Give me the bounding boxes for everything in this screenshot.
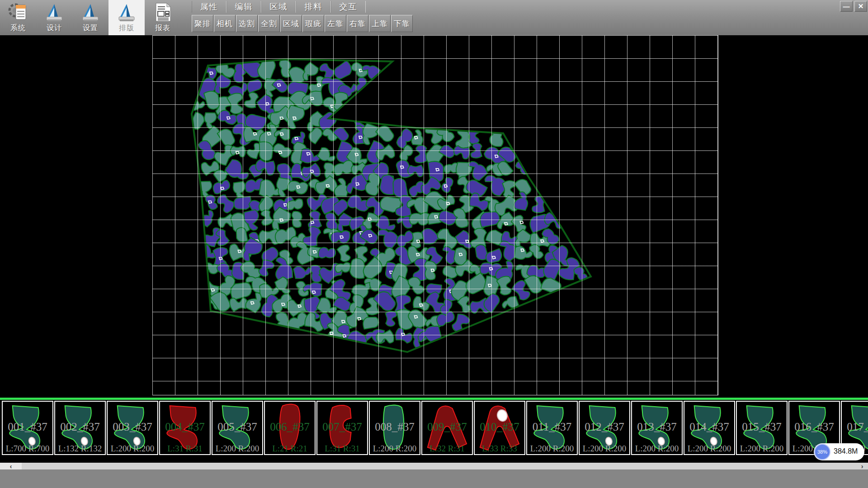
piece-name: 011_#37 bbox=[527, 421, 577, 433]
app-tab-label: 系统 bbox=[10, 23, 26, 33]
piece-name: 002_#37 bbox=[55, 421, 105, 433]
menu-tab-编辑[interactable]: 编辑 bbox=[226, 1, 261, 13]
piece-thumbnail-003_#37[interactable]: 003_#37L:200 R:200 bbox=[107, 401, 158, 455]
piece-lr-label: L:31 R:31 bbox=[317, 444, 367, 454]
piece-name: 014_#37 bbox=[684, 421, 734, 433]
piece-thumbnail-011_#37[interactable]: 011_#37L:200 R:200 bbox=[526, 401, 578, 455]
piece-name: 006_#37 bbox=[265, 421, 315, 433]
settings-ruler-icon bbox=[80, 1, 101, 23]
piece-thumbnail-007_#37[interactable]: 007_#37L:31 R:31 bbox=[316, 401, 368, 455]
piece-thumbnail-001_#37[interactable]: 001_#37L:700 R:700 bbox=[2, 401, 53, 455]
piece-lr-label: L:200 R:200 bbox=[527, 444, 577, 454]
piece-name: 005_#37 bbox=[212, 421, 262, 433]
design-ruler-icon bbox=[44, 1, 65, 23]
app-tab-设计[interactable]: 设计 bbox=[36, 0, 72, 35]
piece-thumbnail-strip: 001_#37L:700 R:700002_#37L:132 R:132003_… bbox=[0, 400, 868, 463]
report-doc-icon bbox=[152, 1, 173, 23]
menu-area: 属性编辑区域排料交互 聚排相机选割全割区域瑕疵左靠右靠上靠下靠 bbox=[192, 0, 413, 32]
app-tab-bar: 系统设计设置排版报表 bbox=[0, 0, 181, 35]
piece-name: 007_#37 bbox=[317, 421, 367, 433]
scroll-left-button[interactable]: ‹ bbox=[0, 463, 22, 469]
piece-lr-label: L:200 R:200 bbox=[370, 444, 420, 454]
piece-lr-label: L:700 R:700 bbox=[3, 444, 52, 454]
piece-name: 016_#37 bbox=[789, 421, 839, 433]
piece-name: 008_#37 bbox=[370, 421, 420, 433]
tool-button-相机[interactable]: 相机 bbox=[214, 15, 236, 32]
app-tab-系统[interactable]: 系统 bbox=[0, 0, 36, 35]
minimize-button[interactable]: — bbox=[840, 1, 853, 12]
memory-value: 384.8M bbox=[834, 447, 858, 455]
piece-thumbnail-009_#37[interactable]: 009_#37L:32 R:31 bbox=[421, 401, 473, 455]
close-button[interactable]: ✕ bbox=[854, 1, 867, 12]
status-bar bbox=[0, 469, 868, 488]
piece-lr-label: L:132 R:132 bbox=[55, 444, 105, 454]
piece-lr-label: L:200 R:200 bbox=[632, 444, 682, 454]
app-tab-设置[interactable]: 设置 bbox=[72, 0, 108, 35]
tool-button-聚排[interactable]: 聚排 bbox=[192, 15, 213, 32]
main-toolbar: 系统设计设置排版报表 属性编辑区域排料交互 聚排相机选割全割区域瑕疵左靠右靠上靠… bbox=[0, 0, 868, 35]
piece-thumbnail-008_#37[interactable]: 008_#37L:200 R:200 bbox=[369, 401, 420, 455]
tool-button-下靠[interactable]: 下靠 bbox=[391, 15, 413, 32]
app-tab-排版[interactable]: 排版 bbox=[108, 0, 145, 35]
piece-name: 017_#37 bbox=[842, 421, 868, 433]
piece-lr-label: L:31 R:31 bbox=[160, 444, 210, 454]
piece-name: 013_#37 bbox=[632, 421, 682, 433]
piece-thumbnail-015_#37[interactable]: 015_#37L:200 R:200 bbox=[736, 401, 788, 455]
piece-name: 004_#37 bbox=[160, 421, 210, 433]
menu-tab-属性[interactable]: 属性 bbox=[192, 1, 226, 13]
piece-thumbnail-012_#37[interactable]: 012_#37L:200 R:200 bbox=[579, 401, 630, 455]
tool-button-右靠[interactable]: 右靠 bbox=[347, 15, 368, 32]
piece-name: 003_#37 bbox=[108, 421, 157, 433]
menu-tab-交互[interactable]: 交互 bbox=[331, 1, 366, 13]
tool-button-上靠[interactable]: 上靠 bbox=[369, 15, 391, 32]
horizontal-scrollbar[interactable]: ‹ › bbox=[0, 463, 868, 469]
piece-thumbnail-014_#37[interactable]: 014_#37L:200 R:200 bbox=[684, 401, 735, 455]
progress-circle: 38% bbox=[814, 444, 830, 460]
piece-name: 015_#37 bbox=[737, 421, 787, 433]
menu-tab-row: 属性编辑区域排料交互 bbox=[192, 1, 413, 14]
app-tab-label: 报表 bbox=[155, 23, 170, 33]
app-tab-label: 设置 bbox=[83, 23, 98, 33]
piece-lr-label: L:21 R:21 bbox=[265, 444, 315, 454]
piece-lr-label: L:200 R:200 bbox=[212, 444, 262, 454]
piece-lr-label: L:200 R:200 bbox=[684, 444, 734, 454]
system-gear-icon bbox=[8, 1, 28, 23]
tool-button-瑕疵[interactable]: 瑕疵 bbox=[302, 15, 324, 32]
tool-button-选割[interactable]: 选割 bbox=[236, 15, 258, 32]
piece-thumbnail-013_#37[interactable]: 013_#37L:200 R:200 bbox=[631, 401, 683, 455]
scroll-right-button[interactable]: › bbox=[856, 463, 868, 469]
piece-lr-label: L:200 R:200 bbox=[108, 444, 157, 454]
piece-lr-label: L:32 R:31 bbox=[422, 444, 472, 454]
tool-button-row: 聚排相机选割全割区域瑕疵左靠右靠上靠下靠 bbox=[192, 15, 413, 32]
tool-button-全割[interactable]: 全割 bbox=[258, 15, 280, 32]
piece-thumbnail-006_#37[interactable]: 006_#37L:21 R:21 bbox=[264, 401, 316, 455]
menu-tab-排料[interactable]: 排料 bbox=[296, 1, 331, 13]
app-tab-label: 设计 bbox=[47, 23, 62, 33]
window-controls: — ✕ bbox=[840, 1, 867, 12]
piece-lr-label: L:200 R:200 bbox=[737, 444, 787, 454]
piece-name: 001_#37 bbox=[3, 421, 52, 433]
tool-button-左靠[interactable]: 左靠 bbox=[325, 15, 346, 32]
piece-thumbnail-005_#37[interactable]: 005_#37L:200 R:200 bbox=[212, 401, 263, 455]
piece-lr-label: L:200 R:200 bbox=[580, 444, 629, 454]
tool-button-区域[interactable]: 区域 bbox=[280, 15, 302, 32]
nesting-ruler-icon bbox=[116, 1, 137, 23]
piece-thumbnail-002_#37[interactable]: 002_#37L:132 R:132 bbox=[54, 401, 106, 455]
app-tab-label: 排版 bbox=[119, 23, 134, 33]
app-tab-报表[interactable]: 报表 bbox=[145, 0, 181, 35]
piece-thumbnail-010_#37[interactable]: 010_#37L:33 R:33 bbox=[474, 401, 525, 455]
piece-name: 009_#37 bbox=[422, 421, 472, 433]
memory-progress-widget[interactable]: 38% 384.8M bbox=[814, 443, 864, 460]
piece-thumbnail-004_#37[interactable]: 004_#37L:31 R:31 bbox=[159, 401, 211, 455]
piece-cells: 001_#37L:700 R:700002_#37L:132 R:132003_… bbox=[2, 401, 868, 455]
piece-lr-label: L:33 R:33 bbox=[475, 444, 524, 454]
piece-name: 012_#37 bbox=[580, 421, 629, 433]
piece-name: 010_#37 bbox=[475, 421, 524, 433]
menu-tab-区域[interactable]: 区域 bbox=[261, 1, 296, 13]
